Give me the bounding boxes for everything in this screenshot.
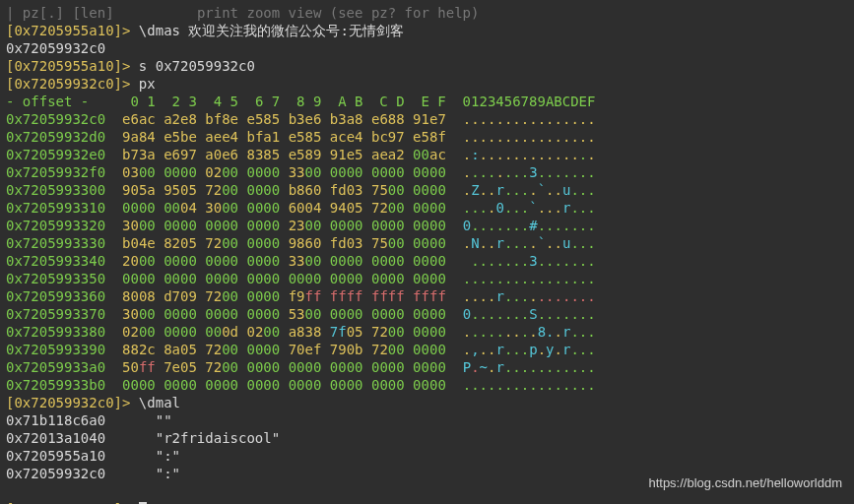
- hex-word: aea2: [371, 147, 405, 162]
- hex-ascii: ................: [463, 271, 596, 286]
- hex-offset: 0x7205993330: [6, 235, 122, 251]
- hex-word: 0000: [246, 200, 280, 216]
- line-cmd3: [0x72059932c0]> px: [6, 75, 848, 93]
- hex-word: 0200: [122, 324, 156, 340]
- hex-offset: 0x7205993310: [6, 200, 122, 216]
- hex-word: 0000: [246, 359, 280, 375]
- hex-row: 0x7205993380 0200 0000 000d 0200 a838 7f…: [6, 323, 848, 341]
- hex-row: 0x7205993390 882c 8a05 7200 0000 70ef 79…: [6, 341, 848, 358]
- hex-offset: 0x7205993380: [6, 324, 122, 340]
- hex-word: a2e8: [164, 111, 197, 127]
- hex-word: 91e7: [413, 111, 446, 127]
- line-cmd2: [0x7205955a10]> s 0x72059932c0: [6, 57, 848, 75]
- hex-word: e585: [246, 111, 280, 127]
- hex-word: 0000: [413, 306, 446, 322]
- hex-word: a0e6: [205, 147, 238, 162]
- hex-word: bc97: [371, 129, 405, 145]
- hex-word: 70ef: [289, 342, 322, 357]
- hex-word: 0000: [413, 164, 446, 180]
- hex-row: 0x72059932e0 b73a e697 a0e6 8385 e589 91…: [6, 146, 848, 163]
- hex-ascii: 0.......#.......: [463, 218, 596, 233]
- hex-word: 0000: [413, 218, 446, 233]
- hex-row: 0x7205993310 0000 0004 3000 0000 6004 94…: [6, 199, 848, 217]
- hex-row: 0x7205993350 0000 0000 0000 0000 0000 00…: [6, 270, 848, 287]
- hex-word: 9405: [330, 200, 363, 216]
- hex-word: bfa1: [246, 129, 280, 145]
- hex-word: 7200: [371, 324, 405, 340]
- hex-header-cols: 0 1 2 3 4 5 6 7 8 9 A B C D E F: [122, 94, 463, 109]
- hex-word: e6ac: [122, 111, 156, 127]
- hex-offset: 0x7205993370: [6, 306, 122, 322]
- hex-word: 0200: [205, 164, 238, 180]
- hex-ascii: 0.......S.......: [463, 306, 596, 322]
- hex-word: 0000: [413, 253, 446, 269]
- hex-word: 8a05: [164, 342, 197, 357]
- hex-word: 882c: [122, 342, 156, 357]
- hex-word: 50ff: [122, 359, 156, 375]
- hex-word: 0000: [246, 306, 280, 322]
- out-addr: 0x72059932c0: [6, 40, 105, 56]
- cmd-seek[interactable]: s 0x72059932c0: [139, 58, 255, 74]
- hex-ascii: .,..r...p.y.r...: [463, 342, 596, 357]
- hex-row: 0x7205993330 b04e 8205 7200 0000 9860 fd…: [6, 234, 848, 252]
- hex-word: 0000: [330, 164, 363, 180]
- hex-row: 0x72059933b0 0000 0000 0000 0000 0000 00…: [6, 376, 848, 394]
- cmd-dmal[interactable]: \dmal: [139, 395, 180, 410]
- hex-word: 0000: [246, 164, 280, 180]
- hex-row: 0x7205993370 3000 0000 0000 0000 5300 00…: [6, 305, 848, 323]
- hex-offset: 0x72059932c0: [6, 111, 122, 127]
- hex-word: 9a84: [122, 129, 156, 145]
- hex-word: 0000: [164, 306, 197, 322]
- hex-word: 6004: [289, 200, 322, 216]
- hex-word: 0000: [122, 200, 156, 216]
- line-out1: 0x72059932c0: [6, 39, 848, 57]
- hex-word: 0000: [330, 359, 363, 375]
- dmal-val: "r2fridaiscool": [156, 430, 280, 446]
- hex-word: ffff: [413, 288, 446, 304]
- cmd-px[interactable]: px: [139, 76, 156, 92]
- hex-word: 000d: [205, 324, 238, 340]
- hex-word: 0000: [371, 359, 405, 375]
- hex-ascii: .........8..r...: [463, 324, 596, 340]
- hex-word: 0000: [371, 253, 405, 269]
- hex-word: 0000: [164, 218, 197, 233]
- hex-row: 0x7205993300 905a 9505 7200 0000 b860 fd…: [6, 181, 848, 199]
- hex-ascii: ................: [463, 377, 596, 393]
- hex-word: 2300: [289, 218, 322, 233]
- hex-offset: 0x7205993360: [6, 288, 122, 304]
- hex-word: 0000: [330, 253, 363, 269]
- dmal-val: ":": [156, 466, 180, 481]
- hex-offset: 0x7205993350: [6, 271, 122, 286]
- cmd-dmas[interactable]: \dmas 欢迎关注我的微信公众号:无情剑客: [139, 23, 404, 38]
- hex-word: 0000: [246, 182, 280, 198]
- hex-word: 0000: [205, 253, 238, 269]
- hex-word: 0000: [371, 218, 405, 233]
- hex-word: 7500: [371, 182, 405, 198]
- dmal-addr: 0x7205955a10: [6, 448, 156, 464]
- prompt: [0x72059932c0]>: [6, 395, 139, 410]
- hex-word: b3e6: [289, 111, 322, 127]
- hex-word: 00ac: [413, 147, 446, 162]
- dmal-line: 0x71b118c6a0 "": [6, 411, 848, 429]
- hex-word: 0000: [205, 377, 238, 393]
- hex-word: d709: [164, 288, 197, 304]
- line-prompt-end: [0x72059932c0]>: [6, 500, 848, 504]
- hint-desc: print zoom view (see pz? for help): [197, 5, 480, 21]
- hex-word: 0000: [289, 271, 322, 286]
- hex-word: 0000: [330, 306, 363, 322]
- hex-word: 7e05: [164, 359, 197, 375]
- hex-word: ffff: [371, 288, 405, 304]
- hex-word: 7200: [371, 200, 405, 216]
- dmal-val: "": [156, 412, 172, 428]
- hex-word: 3000: [122, 306, 156, 322]
- hex-ascii: .:..............: [463, 147, 596, 162]
- hex-word: e5be: [164, 129, 197, 145]
- hex-word: 9860: [289, 235, 322, 251]
- hex-word: 0000: [413, 182, 446, 198]
- hex-offset: 0x7205993340: [6, 253, 122, 269]
- hex-word: 2000: [122, 253, 156, 269]
- hex-word: a838: [289, 324, 322, 340]
- hex-word: 3300: [289, 164, 322, 180]
- hex-word: 0000: [246, 342, 280, 357]
- hex-word: 7200: [205, 182, 238, 198]
